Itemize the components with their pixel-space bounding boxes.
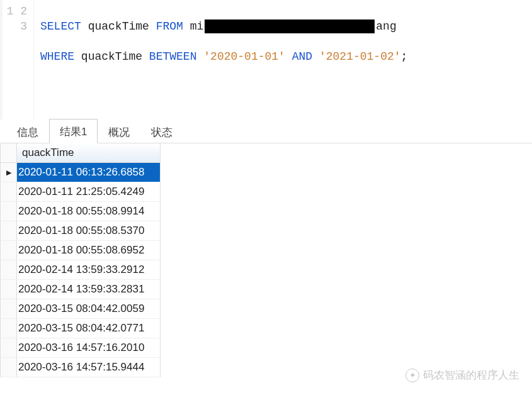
col-name-2: quackTime: [81, 50, 142, 63]
table-row[interactable]: 2020-01-18 00:55:08.9914: [0, 202, 161, 221]
cell-value[interactable]: 2020-03-15 08:04:42.0771: [17, 319, 160, 338]
kw-between: BETWEEN: [149, 50, 197, 63]
row-indicator: [1, 202, 17, 221]
tab-3[interactable]: 状态: [140, 119, 183, 143]
col-name: quackTime: [88, 20, 149, 33]
table-row[interactable]: 2020-01-18 00:55:08.6952: [0, 241, 161, 260]
table-row[interactable]: 2020-01-11 06:13:26.6858: [0, 163, 161, 182]
table-suffix: ang: [376, 20, 396, 33]
row-indicator: [1, 163, 17, 182]
cell-value[interactable]: 2020-02-14 13:59:33.2831: [17, 280, 160, 299]
kw-from: FROM: [156, 20, 183, 33]
table-row[interactable]: 2020-03-15 08:04:42.0771: [0, 319, 161, 338]
table-prefix: mi: [190, 20, 204, 33]
row-indicator: [1, 299, 17, 318]
kw-where: WHERE: [40, 50, 74, 63]
row-indicator: [1, 182, 17, 201]
date-literal-2: '2021-01-02': [319, 50, 401, 63]
table-row[interactable]: 2020-03-16 14:57:16.2010: [0, 338, 161, 358]
grid-header-row: quackTime: [0, 143, 161, 163]
row-indicator: [1, 338, 17, 357]
cell-value[interactable]: 2020-02-14 13:59:33.2912: [17, 260, 160, 279]
table-row[interactable]: 2020-03-15 08:04:42.0059: [0, 299, 161, 319]
grid-body[interactable]: 2020-01-11 06:13:26.68582020-01-11 21:25…: [0, 163, 532, 377]
row-indicator: [1, 241, 17, 260]
tab-2[interactable]: 概况: [98, 119, 140, 143]
cell-value[interactable]: 2020-03-15 08:04:42.0059: [17, 299, 160, 318]
cell-value[interactable]: 2020-01-11 06:13:26.6858: [17, 163, 160, 182]
cell-value[interactable]: 2020-01-18 00:55:08.9914: [17, 202, 160, 221]
code-area[interactable]: SELECT quackTime FROM miang WHERE quackT…: [34, 0, 532, 119]
row-indicator-header: [1, 143, 17, 162]
row-indicator: [1, 260, 17, 279]
cell-value[interactable]: 2020-01-18 00:55:08.6952: [17, 241, 160, 260]
cell-value[interactable]: 2020-01-11 21:25:05.4249: [17, 182, 160, 201]
sql-editor[interactable]: 1 2 3 SELECT quackTime FROM miang WHERE …: [0, 0, 532, 119]
row-indicator: [1, 319, 17, 338]
cell-value[interactable]: 2020-01-18 00:55:08.5370: [17, 221, 160, 240]
line-gutter: 1 2 3: [3, 0, 34, 119]
column-header[interactable]: quackTime: [17, 143, 160, 162]
row-indicator: [1, 221, 17, 240]
semicolon: ;: [401, 50, 408, 63]
table-row[interactable]: 2020-02-14 13:59:33.2831: [0, 280, 161, 299]
table-row[interactable]: 2020-01-18 00:55:08.5370: [0, 221, 161, 241]
kw-select: SELECT: [40, 20, 81, 33]
table-row[interactable]: 2020-02-14 13:59:33.2912: [0, 260, 161, 280]
date-literal-1: '2020-01-01': [203, 50, 285, 63]
results-grid[interactable]: quackTime 2020-01-11 06:13:26.68582020-0…: [0, 143, 532, 377]
result-tabs: 信息结果1概况状态: [0, 119, 532, 143]
table-row[interactable]: 2020-03-16 14:57:15.9444: [0, 358, 161, 377]
row-indicator: [1, 280, 17, 299]
redacted-block: [205, 19, 375, 33]
kw-and: AND: [292, 50, 312, 63]
cell-value[interactable]: 2020-03-16 14:57:15.9444: [17, 358, 160, 377]
row-indicator: [1, 358, 17, 377]
table-row[interactable]: 2020-01-11 21:25:05.4249: [0, 182, 161, 202]
tab-1[interactable]: 结果1: [49, 119, 98, 143]
tab-0[interactable]: 信息: [6, 119, 49, 143]
cell-value[interactable]: 2020-03-16 14:57:16.2010: [17, 338, 160, 357]
